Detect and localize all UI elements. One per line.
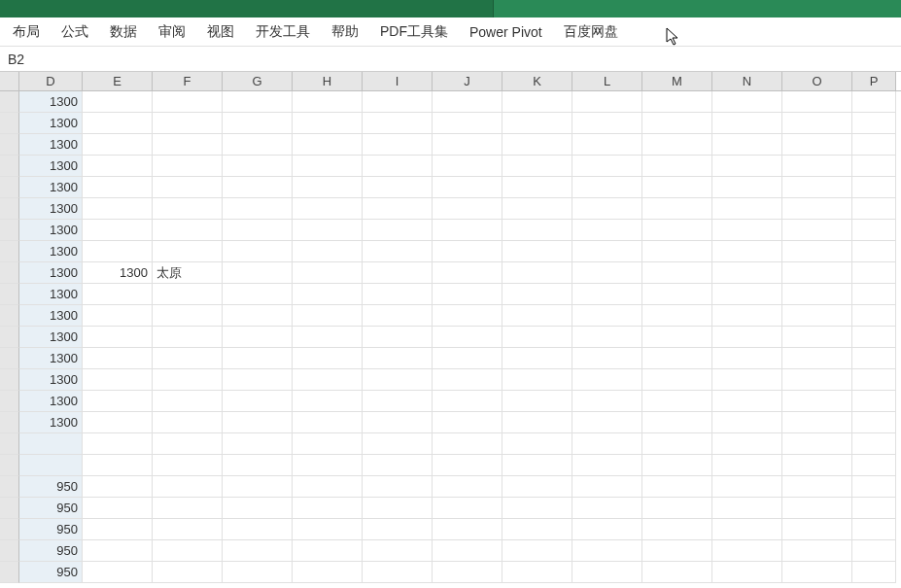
cell-I[interactable] bbox=[363, 476, 433, 498]
cell-P[interactable] bbox=[852, 519, 896, 540]
col-header-P[interactable]: P bbox=[852, 72, 896, 90]
menu-formulas[interactable]: 公式 bbox=[51, 18, 99, 46]
cell-H[interactable] bbox=[293, 348, 363, 369]
cell-P[interactable] bbox=[852, 391, 896, 412]
cell-I[interactable] bbox=[363, 412, 433, 433]
cell-D[interactable]: 1300 bbox=[19, 220, 83, 241]
cell-O[interactable] bbox=[782, 134, 852, 156]
cell-J[interactable] bbox=[433, 198, 502, 220]
row-header[interactable] bbox=[0, 498, 19, 519]
cell-D[interactable]: 1300 bbox=[19, 369, 83, 391]
cell-G[interactable] bbox=[223, 284, 293, 305]
cell-M[interactable] bbox=[642, 412, 712, 433]
cell-L[interactable] bbox=[572, 540, 642, 562]
cell-I[interactable] bbox=[363, 391, 433, 412]
row-header[interactable] bbox=[0, 177, 19, 198]
cell-D[interactable]: 1300 bbox=[19, 391, 83, 412]
cell-P[interactable] bbox=[852, 305, 896, 327]
cell-L[interactable] bbox=[572, 198, 642, 220]
cell-I[interactable] bbox=[363, 305, 433, 327]
cell-D[interactable]: 1300 bbox=[19, 241, 83, 262]
cell-K[interactable] bbox=[502, 113, 572, 134]
cell-N[interactable] bbox=[712, 519, 782, 540]
cell-L[interactable] bbox=[572, 220, 642, 241]
cell-G[interactable] bbox=[223, 113, 293, 134]
cell-G[interactable] bbox=[223, 519, 293, 540]
cell-D[interactable] bbox=[19, 433, 83, 455]
cell-J[interactable] bbox=[433, 91, 502, 113]
cell-I[interactable] bbox=[363, 177, 433, 198]
cell-G[interactable] bbox=[223, 476, 293, 498]
cell-L[interactable] bbox=[572, 177, 642, 198]
cell-P[interactable] bbox=[852, 198, 896, 220]
cell-P[interactable] bbox=[852, 327, 896, 348]
cell-L[interactable] bbox=[572, 156, 642, 177]
cell-M[interactable] bbox=[642, 113, 712, 134]
cell-D[interactable]: 950 bbox=[19, 540, 83, 562]
cell-I[interactable] bbox=[363, 327, 433, 348]
cell-G[interactable] bbox=[223, 134, 293, 156]
cell-M[interactable] bbox=[642, 156, 712, 177]
cell-I[interactable] bbox=[363, 498, 433, 519]
cell-E[interactable] bbox=[83, 220, 153, 241]
cell-H[interactable] bbox=[293, 284, 363, 305]
cell-E[interactable] bbox=[83, 455, 153, 476]
col-header-J[interactable]: J bbox=[433, 72, 502, 90]
cell-D[interactable]: 950 bbox=[19, 519, 83, 540]
row-header[interactable] bbox=[0, 156, 19, 177]
cell-D[interactable]: 1300 bbox=[19, 262, 83, 284]
cell-N[interactable] bbox=[712, 455, 782, 476]
cell-P[interactable] bbox=[852, 498, 896, 519]
cell-I[interactable] bbox=[363, 540, 433, 562]
cell-O[interactable] bbox=[782, 198, 852, 220]
row-header[interactable] bbox=[0, 327, 19, 348]
cell-E[interactable] bbox=[83, 198, 153, 220]
cell-P[interactable] bbox=[852, 433, 896, 455]
cell-N[interactable] bbox=[712, 476, 782, 498]
cell-F[interactable] bbox=[153, 369, 223, 391]
cell-F[interactable] bbox=[153, 498, 223, 519]
cell-L[interactable] bbox=[572, 412, 642, 433]
cell-F[interactable] bbox=[153, 305, 223, 327]
cell-P[interactable] bbox=[852, 177, 896, 198]
cell-F[interactable]: 太原 bbox=[153, 262, 223, 284]
cell-D[interactable]: 1300 bbox=[19, 412, 83, 433]
cell-M[interactable] bbox=[642, 455, 712, 476]
cell-F[interactable] bbox=[153, 476, 223, 498]
cell-K[interactable] bbox=[502, 305, 572, 327]
row-header[interactable] bbox=[0, 134, 19, 156]
title-bar-search-area[interactable] bbox=[493, 0, 901, 17]
cell-G[interactable] bbox=[223, 455, 293, 476]
cell-F[interactable] bbox=[153, 433, 223, 455]
cell-K[interactable] bbox=[502, 369, 572, 391]
cell-D[interactable]: 950 bbox=[19, 498, 83, 519]
cell-N[interactable] bbox=[712, 327, 782, 348]
cell-N[interactable] bbox=[712, 369, 782, 391]
cell-M[interactable] bbox=[642, 220, 712, 241]
cell-M[interactable] bbox=[642, 433, 712, 455]
cell-O[interactable] bbox=[782, 433, 852, 455]
cell-N[interactable] bbox=[712, 220, 782, 241]
cell-G[interactable] bbox=[223, 198, 293, 220]
col-header-D[interactable]: D bbox=[19, 72, 83, 90]
cell-P[interactable] bbox=[852, 369, 896, 391]
cell-N[interactable] bbox=[712, 198, 782, 220]
cell-G[interactable] bbox=[223, 540, 293, 562]
row-header[interactable] bbox=[0, 348, 19, 369]
row-header[interactable] bbox=[0, 455, 19, 476]
cell-O[interactable] bbox=[782, 284, 852, 305]
spreadsheet-grid[interactable]: D E F G H I J K L M N O P 13001300130013… bbox=[0, 72, 901, 588]
name-box-input[interactable] bbox=[4, 50, 62, 69]
cell-O[interactable] bbox=[782, 391, 852, 412]
col-header-N[interactable]: N bbox=[712, 72, 782, 90]
cell-E[interactable] bbox=[83, 113, 153, 134]
cell-F[interactable] bbox=[153, 391, 223, 412]
col-header-F[interactable]: F bbox=[153, 72, 223, 90]
cell-O[interactable] bbox=[782, 91, 852, 113]
cell-N[interactable] bbox=[712, 177, 782, 198]
cell-G[interactable] bbox=[223, 391, 293, 412]
cell-N[interactable] bbox=[712, 91, 782, 113]
cell-O[interactable] bbox=[782, 348, 852, 369]
cell-M[interactable] bbox=[642, 391, 712, 412]
cell-O[interactable] bbox=[782, 327, 852, 348]
